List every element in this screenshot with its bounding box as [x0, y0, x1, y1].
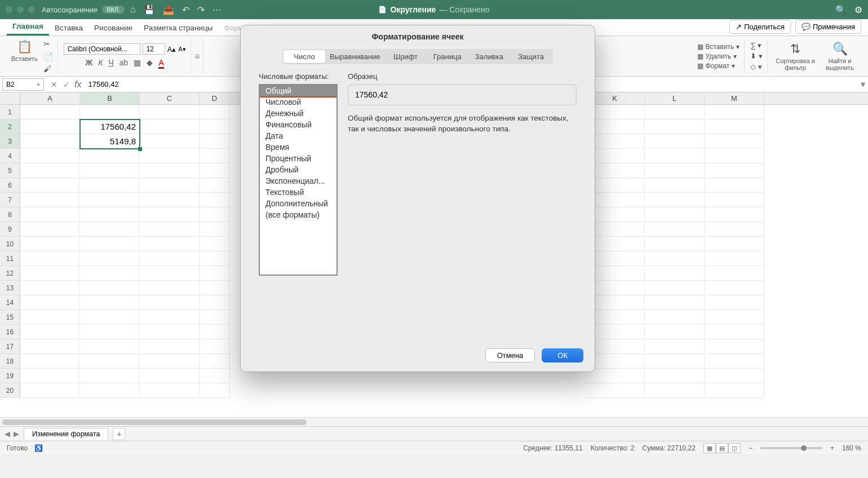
- cell[interactable]: [140, 178, 200, 193]
- cell[interactable]: [20, 207, 80, 222]
- dialog-tab-fill[interactable]: Заливка: [468, 50, 510, 63]
- copy-icon[interactable]: 📄: [43, 52, 53, 61]
- row-header[interactable]: 19: [0, 369, 20, 383]
- cell[interactable]: [80, 178, 140, 193]
- format-list-item[interactable]: Числовой: [260, 96, 336, 108]
- cell[interactable]: [140, 325, 200, 339]
- cell[interactable]: [20, 295, 80, 310]
- save-icon[interactable]: 💾: [144, 5, 155, 15]
- name-box[interactable]: B2▾: [2, 78, 44, 91]
- cell[interactable]: [80, 193, 140, 207]
- cell[interactable]: [705, 383, 764, 398]
- cell[interactable]: [705, 310, 764, 325]
- paste-button[interactable]: 📋 Вставить: [9, 39, 40, 62]
- cell[interactable]: [80, 383, 140, 398]
- col-header[interactable]: D: [200, 92, 230, 104]
- cell[interactable]: [705, 354, 764, 369]
- row-header[interactable]: 13: [0, 281, 20, 295]
- row-header[interactable]: 5: [0, 163, 20, 178]
- cell[interactable]: [20, 383, 80, 398]
- col-header[interactable]: M: [705, 92, 764, 104]
- row-header[interactable]: 18: [0, 354, 20, 369]
- dialog-tab-border[interactable]: Граница: [427, 50, 468, 63]
- next-sheet-icon[interactable]: ▶: [14, 430, 19, 438]
- cell[interactable]: [645, 281, 705, 295]
- underline-button[interactable]: Ч: [108, 58, 113, 69]
- zoom-in-icon[interactable]: +: [830, 444, 834, 452]
- cell[interactable]: [80, 266, 140, 281]
- cell[interactable]: [645, 222, 705, 237]
- cell[interactable]: [705, 178, 764, 193]
- cell[interactable]: [20, 178, 80, 193]
- row-header[interactable]: 1: [0, 105, 20, 119]
- cell[interactable]: [20, 149, 80, 163]
- format-list-item[interactable]: (все форматы): [260, 209, 336, 220]
- border-button[interactable]: ▦: [134, 58, 141, 69]
- cell[interactable]: [140, 383, 200, 398]
- cell[interactable]: [645, 178, 705, 193]
- find-select-button[interactable]: 🔍 Найти и выделить: [821, 42, 859, 71]
- cell[interactable]: [200, 281, 230, 295]
- zoom-out-icon[interactable]: −: [749, 444, 752, 452]
- search-icon[interactable]: 🔍: [835, 5, 847, 15]
- cell[interactable]: [645, 295, 705, 310]
- font-size-select[interactable]: 12: [143, 43, 165, 55]
- cell[interactable]: [705, 325, 764, 339]
- cell[interactable]: [645, 237, 705, 251]
- cell[interactable]: [200, 325, 230, 339]
- cell[interactable]: [705, 281, 764, 295]
- cell[interactable]: [20, 237, 80, 251]
- dialog-tab-protection[interactable]: Защита: [510, 50, 552, 63]
- cell[interactable]: [200, 251, 230, 266]
- cell[interactable]: [200, 149, 230, 163]
- cell[interactable]: 17560,42: [80, 119, 140, 134]
- cell[interactable]: [20, 134, 80, 149]
- increase-font-icon[interactable]: A▴: [167, 45, 176, 54]
- cell[interactable]: [705, 119, 764, 134]
- cell[interactable]: [80, 369, 140, 383]
- cell[interactable]: [140, 281, 200, 295]
- cell[interactable]: [20, 266, 80, 281]
- row-header[interactable]: 3: [0, 134, 20, 149]
- row-header[interactable]: 17: [0, 339, 20, 354]
- sheet-tab[interactable]: Изменение формата: [24, 428, 108, 440]
- cell[interactable]: [645, 354, 705, 369]
- cell[interactable]: [140, 237, 200, 251]
- cell[interactable]: [705, 163, 764, 178]
- cell[interactable]: [80, 310, 140, 325]
- cell[interactable]: [200, 163, 230, 178]
- cell[interactable]: [20, 369, 80, 383]
- accessibility-icon[interactable]: ♿: [34, 444, 43, 452]
- undo-icon[interactable]: ↶: [182, 5, 189, 15]
- cell[interactable]: [200, 193, 230, 207]
- cell[interactable]: [140, 119, 200, 134]
- strike-button[interactable]: ab: [119, 58, 129, 69]
- cell[interactable]: [140, 310, 200, 325]
- cell[interactable]: [200, 119, 230, 134]
- tab-layout[interactable]: Разметка страницы: [138, 20, 218, 36]
- cell[interactable]: [140, 222, 200, 237]
- cell[interactable]: [705, 237, 764, 251]
- cell[interactable]: [705, 207, 764, 222]
- cell[interactable]: [140, 149, 200, 163]
- cell[interactable]: [20, 163, 80, 178]
- cell[interactable]: [20, 354, 80, 369]
- bold-button[interactable]: Ж: [86, 58, 93, 69]
- cell[interactable]: [645, 105, 705, 119]
- cancel-formula-icon[interactable]: ✕: [51, 80, 57, 89]
- cell[interactable]: [705, 105, 764, 119]
- cell[interactable]: [645, 369, 705, 383]
- confirm-formula-icon[interactable]: ✓: [63, 80, 70, 89]
- cell[interactable]: [140, 105, 200, 119]
- cell[interactable]: [200, 207, 230, 222]
- cell[interactable]: [645, 310, 705, 325]
- delete-cells-button[interactable]: ▦Удалить ▾: [697, 52, 740, 60]
- col-header[interactable]: A: [20, 92, 80, 104]
- cell[interactable]: [705, 369, 764, 383]
- cell[interactable]: [20, 251, 80, 266]
- cell[interactable]: [140, 207, 200, 222]
- cell[interactable]: [80, 149, 140, 163]
- row-header[interactable]: 20: [0, 383, 20, 398]
- format-list-item[interactable]: Экспоненциал...: [260, 175, 336, 187]
- cell[interactable]: [140, 251, 200, 266]
